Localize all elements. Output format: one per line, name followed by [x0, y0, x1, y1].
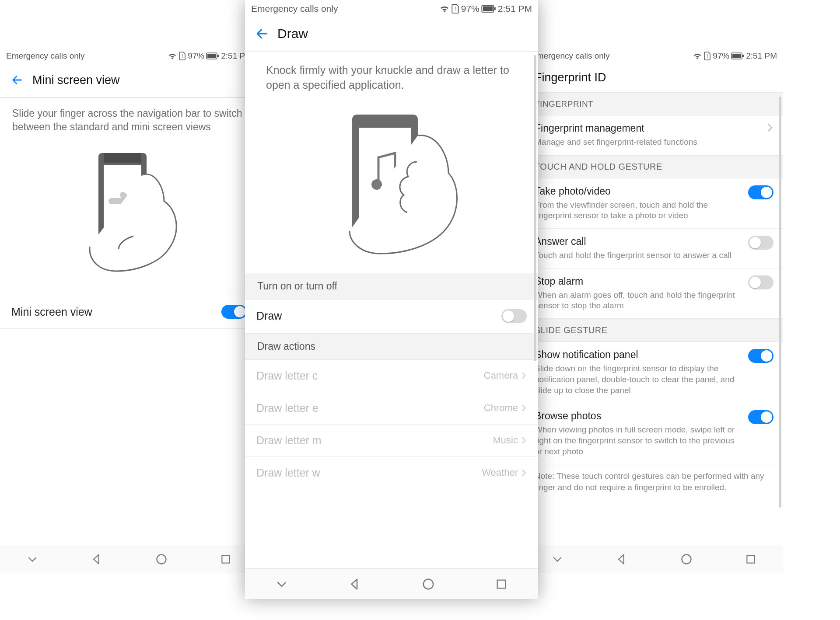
page-title: Mini screen view [32, 73, 120, 87]
sub: From the viewfinder screen, touch and ho… [535, 200, 741, 221]
status-right: ! 97% 2:51 PM [439, 3, 532, 14]
svg-rect-11 [222, 555, 230, 563]
nav-back-icon[interactable] [612, 550, 631, 569]
wifi-icon [168, 52, 177, 60]
battery-percent: 97% [188, 51, 204, 61]
status-right: ! 97% 2:51 PM [168, 51, 252, 61]
row-answer-call[interactable]: Answer call Touch and hold the fingerpri… [525, 229, 783, 268]
status-right: ! 97% 2:51 PM [693, 51, 777, 61]
chevron-right-icon [766, 122, 774, 133]
row-mini-screen-view[interactable]: Mini screen view [0, 295, 258, 329]
clock-text: 2:51 PM [498, 3, 532, 14]
footer-note: Note: These touch control gestures can b… [525, 464, 783, 503]
svg-rect-27 [497, 580, 506, 588]
section-fingerprint: Fingerprint [525, 93, 783, 115]
sub: When an alarm goes off, touch and hold t… [535, 290, 741, 311]
nav-collapse-icon[interactable] [548, 550, 567, 569]
toggle-mini-screen[interactable] [221, 305, 247, 319]
back-icon[interactable] [255, 26, 270, 41]
row-draw-letter-w[interactable]: Draw letter w Weather [245, 457, 538, 489]
svg-rect-3 [207, 54, 216, 58]
svg-text:!: ! [455, 6, 456, 11]
carrier-text: Emergency calls only [531, 51, 610, 61]
battery-icon [481, 5, 496, 13]
value: Chrome [484, 402, 527, 414]
svg-point-10 [157, 554, 166, 564]
phone-mini-screen-view: Emergency calls only ! 97% 2:51 PM Mini … [0, 48, 258, 573]
body: Slide your finger across the navigation … [0, 98, 258, 545]
row-draw-letter-e[interactable]: Draw letter e Chrome [245, 392, 538, 425]
nav-back-icon[interactable] [87, 550, 106, 569]
nav-home-icon[interactable] [152, 550, 171, 569]
scrollbar[interactable] [534, 55, 536, 361]
value: Music [493, 435, 527, 446]
illustration-hand-phone [0, 138, 258, 295]
nav-bar [0, 545, 258, 573]
label: Draw letter e [256, 402, 318, 414]
row-stop-alarm[interactable]: Stop alarm When an alarm goes off, touch… [525, 268, 783, 319]
label: Stop alarm [535, 275, 741, 287]
nav-collapse-icon[interactable] [23, 550, 42, 569]
nav-home-icon[interactable] [419, 575, 438, 594]
header: Fingerprint ID [525, 64, 783, 93]
carrier-text: Emergency calls only [6, 51, 85, 61]
sim-icon: ! [452, 4, 459, 14]
svg-text:!: ! [182, 54, 183, 59]
page-title: Draw [277, 26, 308, 41]
toggle-notification-panel[interactable] [748, 349, 774, 363]
nav-bar [245, 568, 538, 599]
status-bar: Emergency calls only ! 97% 2:51 PM [0, 48, 258, 64]
chevron-right-icon [521, 403, 527, 413]
svg-text:!: ! [707, 54, 708, 59]
svg-rect-6 [104, 153, 141, 163]
label: Show notification panel [535, 349, 741, 361]
body: Knock firmly with your knuckle and draw … [245, 52, 538, 568]
svg-point-16 [682, 554, 691, 564]
chevron-right-icon [521, 371, 527, 380]
toggle-take-photo[interactable] [748, 185, 774, 199]
row-fingerprint-management[interactable]: Fingerprint management Manage and set fi… [525, 115, 783, 155]
battery-percent: 97% [713, 51, 729, 61]
chevron-right-icon [521, 468, 527, 477]
svg-rect-15 [732, 54, 741, 58]
label: Browse photos [535, 410, 741, 422]
wifi-icon [693, 52, 702, 60]
nav-recent-icon[interactable] [492, 575, 511, 594]
nav-recent-icon[interactable] [216, 550, 235, 569]
label: Answer call [535, 236, 741, 247]
row-draw-toggle[interactable]: Draw [245, 300, 538, 333]
wifi-icon [439, 4, 450, 13]
clock-text: 2:51 PM [746, 51, 777, 61]
sub: Touch and hold the fingerprint sensor to… [535, 250, 741, 261]
back-icon[interactable] [10, 73, 24, 87]
toggle-label: Mini screen view [11, 306, 92, 318]
label: Draw letter c [256, 369, 318, 382]
row-draw-letter-c[interactable]: Draw letter c Camera [245, 360, 538, 392]
toggle-answer-call[interactable] [748, 236, 774, 250]
fp-management-sub: Manage and set fingerprint-related funct… [535, 137, 760, 148]
nav-home-icon[interactable] [677, 550, 696, 569]
row-browse-photos[interactable]: Browse photos When viewing photos in ful… [525, 403, 783, 464]
nav-back-icon[interactable] [345, 575, 364, 594]
row-show-notification-panel[interactable]: Show notification panel Slide down on th… [525, 342, 783, 403]
sub: Slide down on the fingerprint sensor to … [535, 363, 741, 396]
value: Camera [484, 370, 527, 381]
toggle-browse-photos[interactable] [748, 410, 774, 424]
battery-icon [731, 52, 744, 59]
status-bar: Emergency calls only ! 97% 2:51 PM [245, 0, 538, 17]
phone-draw: Emergency calls only ! 97% 2:51 PM Draw … [245, 0, 538, 599]
chevron-right-icon [521, 435, 527, 445]
nav-collapse-icon[interactable] [272, 575, 291, 594]
fp-management-label: Fingerprint management [535, 122, 760, 134]
toggle-stop-alarm[interactable] [748, 275, 774, 289]
toggle-draw[interactable] [501, 309, 527, 323]
nav-recent-icon[interactable] [741, 550, 760, 569]
svg-rect-21 [483, 6, 493, 11]
scrollbar[interactable] [779, 97, 781, 508]
battery-icon [206, 52, 219, 59]
row-draw-letter-m[interactable]: Draw letter m Music [245, 425, 538, 457]
sub: When viewing photos in full screen mode,… [535, 425, 741, 457]
nav-bar [525, 545, 783, 573]
row-take-photo-video[interactable]: Take photo/video From the viewfinder scr… [525, 178, 783, 229]
svg-rect-14 [742, 55, 744, 57]
